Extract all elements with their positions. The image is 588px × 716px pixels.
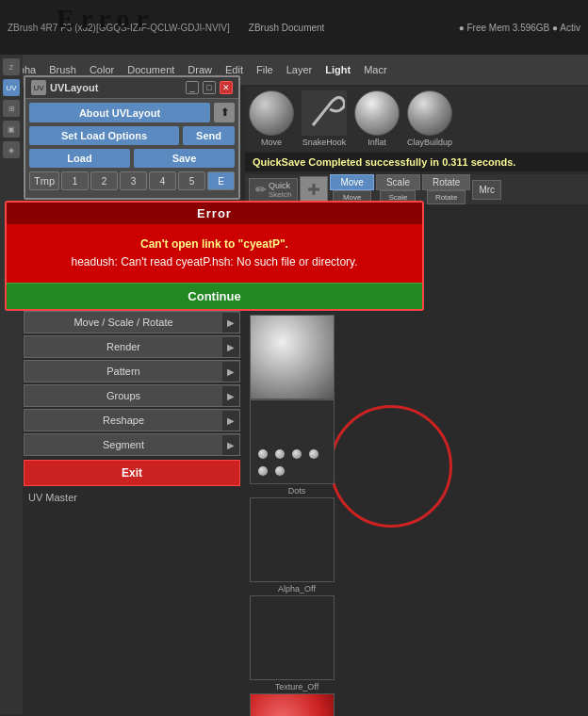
uvlayout-window: UV UVLayout _ □ ✕ About UVLayout ⬆ Set L… <box>24 75 240 200</box>
uv-master-link[interactable]: UV Master <box>28 492 111 503</box>
arrow-icon-pattern: ▶ <box>222 362 239 382</box>
scale-btn[interactable]: Scale <box>376 174 420 190</box>
about-button[interactable]: About UVLayout <box>29 103 210 122</box>
arrow-icon-move: ▶ <box>222 313 239 333</box>
tab-4[interactable]: 4 <box>149 171 176 190</box>
plugin-segment[interactable]: Segment ▶ <box>24 433 240 456</box>
sidebar-icon-2[interactable]: UV <box>3 79 20 96</box>
rotate-btn[interactable]: Rotate <box>422 174 470 190</box>
tab-3[interactable]: 3 <box>120 171 147 190</box>
error-dialog-title: Error <box>7 203 422 224</box>
restore-button[interactable]: □ <box>203 81 216 94</box>
close-button[interactable]: ✕ <box>220 81 233 94</box>
exit-button[interactable]: Exit <box>24 460 240 486</box>
continue-button[interactable]: Continue <box>7 283 422 309</box>
arrow-icon-reshape: ▶ <box>222 411 239 431</box>
brush-claybuildup[interactable]: ClayBuildup <box>407 90 452 147</box>
swatch-texture-off[interactable]: Texture_Off <box>250 595 344 693</box>
menu-layer[interactable]: Layer <box>281 62 318 77</box>
arrow-icon-render: ▶ <box>222 337 239 357</box>
tmp-label: Tmp <box>29 171 59 190</box>
brush-swatches-bar: Move SnakeHook Inflat ClayBuildup <box>245 87 588 151</box>
brush-inflat[interactable]: Inflat <box>354 90 400 147</box>
sidebar-icon-4[interactable]: ▣ <box>3 121 20 138</box>
right-swatches-panel: Standard Dots Alpha_Off Texture_Off MatC… <box>250 301 344 716</box>
left-sidebar: Z UV ⊞ ▣ ◈ <box>0 55 23 714</box>
uvlayout-titlebar: UV UVLayout _ □ ✕ <box>25 77 238 99</box>
arrows-button[interactable]: ⬆ <box>214 103 235 122</box>
plugin-pattern[interactable]: Pattern ▶ <box>24 360 240 382</box>
quicksave-bar: QuickSave Completed successfully in 0.31… <box>245 153 588 171</box>
quicksave-text: QuickSave Completed successfully in 0.31… <box>253 156 515 168</box>
tab-2[interactable]: 2 <box>90 171 118 190</box>
move-btn[interactable]: Move <box>330 174 373 190</box>
move-transform-btn[interactable] <box>300 176 328 203</box>
plugin-groups[interactable]: Groups ▶ <box>24 384 240 407</box>
load-options-row: Set Load Options Send <box>29 126 235 145</box>
svg-rect-1 <box>308 188 319 191</box>
swatch-dots[interactable]: Dots <box>250 399 344 497</box>
tab-5[interactable]: 5 <box>178 171 205 190</box>
error-message-line2: headush: Can't read cyeatP.hsh: No such … <box>22 253 407 271</box>
send-button[interactable]: Send <box>183 126 235 145</box>
plugin-reshape[interactable]: Reshape ▶ <box>24 409 240 431</box>
sidebar-icon-1[interactable]: Z <box>3 58 20 75</box>
rotate-label: Rotate <box>427 190 466 204</box>
load-button[interactable]: Load <box>29 149 130 168</box>
swatch-matcap-red-wax[interactable]: MatCap_Red_Wax <box>250 693 344 716</box>
load-save-row: Load Save <box>29 149 235 168</box>
menu-light[interactable]: Light <box>319 62 356 77</box>
tmp-tabs-row: Tmp 1 2 3 4 5 E <box>29 171 235 190</box>
menu-macr[interactable]: Macr <box>358 62 392 77</box>
handwriting-error: E r r o r <box>57 4 148 34</box>
free-mem: ● Free Mem 3.596GB ● Activ <box>459 23 580 33</box>
brush-move[interactable]: Move <box>249 90 294 147</box>
save-button[interactable]: Save <box>134 149 235 168</box>
red-circle-decoration <box>330 405 452 528</box>
sidebar-icon-5[interactable]: ◈ <box>3 141 20 158</box>
tab-1[interactable]: 1 <box>61 171 89 190</box>
arrow-icon-groups: ▶ <box>222 386 239 406</box>
tab-e[interactable]: E <box>207 171 235 190</box>
menu-file[interactable]: File <box>251 62 279 77</box>
uvlayout-icon: UV <box>31 80 46 95</box>
document-title: ZBrush Document <box>249 23 325 33</box>
uvlayout-content: About UVLayout ⬆ Set Load Options Send L… <box>25 99 238 198</box>
swatch-standard[interactable]: Standard <box>250 301 344 399</box>
set-load-options-button[interactable]: Set Load Options <box>29 126 179 145</box>
brush-snakehook[interactable]: SnakeHook <box>302 90 347 147</box>
uvlayout-title: UVLayout <box>50 82 182 93</box>
plugin-move-scale-rotate[interactable]: Move / Scale / Rotate ▶ <box>24 311 240 334</box>
plugin-render[interactable]: Render ▶ <box>24 335 240 358</box>
about-row: About UVLayout ⬆ <box>29 103 235 122</box>
plugin-menu: Move / Scale / Rotate ▶ Render ▶ Pattern… <box>24 311 240 486</box>
error-dialog: Error Can't open link to "cyeatP". headu… <box>5 201 424 311</box>
sidebar-icon-3[interactable]: ⊞ <box>3 100 20 117</box>
error-message-line1: Can't open link to "cyeatP". <box>22 236 407 253</box>
mrc-btn[interactable]: Mrc <box>472 180 501 200</box>
quick-sketch-btn[interactable]: ✏ Quick Sketch <box>249 178 298 202</box>
minimize-button[interactable]: _ <box>186 81 199 94</box>
error-dialog-body: Can't open link to "cyeatP". headush: Ca… <box>7 224 422 283</box>
swatch-alpha-off[interactable]: Alpha_Off <box>250 497 344 595</box>
arrow-icon-segment: ▶ <box>222 435 239 455</box>
